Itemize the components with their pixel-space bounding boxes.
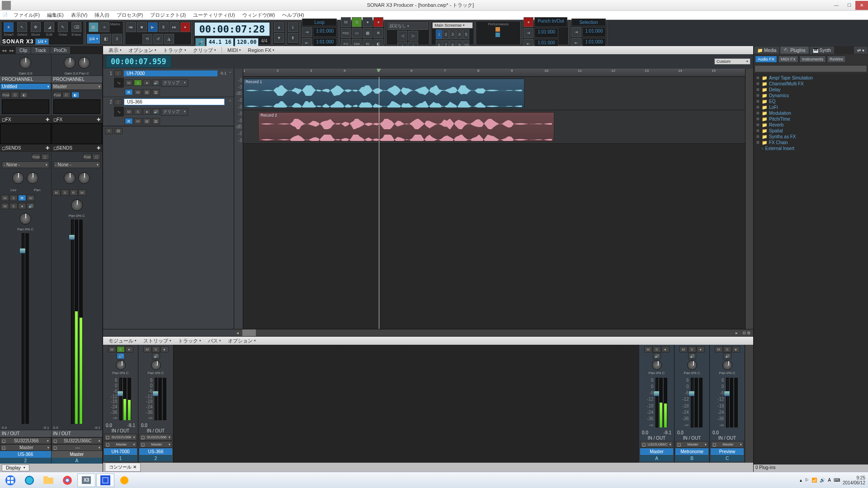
menu-process[interactable]: プロセス(P): [113, 12, 147, 19]
msr-m-r[interactable]: M: [52, 189, 61, 196]
track-fx[interactable]: ▤: [143, 89, 151, 95]
expand-icon[interactable]: ⊞: [755, 117, 760, 121]
msr-m-l[interactable]: M: [1, 195, 9, 201]
msr-w-l[interactable]: W: [27, 195, 35, 201]
task-explorer[interactable]: [39, 474, 57, 487]
task-chrome[interactable]: [58, 474, 76, 487]
send-dest-r[interactable]: - None -: [53, 161, 101, 168]
mono-l[interactable]: ◐: [20, 92, 28, 98]
freeze[interactable]: ❄: [373, 28, 383, 38]
prochannel-header-l[interactable]: PROCHANNEL: [0, 75, 51, 83]
con-bus[interactable]: バス: [205, 338, 224, 344]
post-l[interactable]: Post: [2, 92, 10, 98]
menu-window[interactable]: ウィンドウ(W): [239, 12, 279, 19]
share-button[interactable]: ⬆: [288, 33, 298, 43]
strip-preset[interactable]: Custom: [714, 58, 750, 65]
tab-media[interactable]: 📁 Media: [754, 47, 779, 54]
snap-tri[interactable]: 3: [112, 34, 122, 44]
tree-item[interactable]: ⊞📁Reverb: [755, 122, 867, 128]
screenset-preset[interactable]: Main Screense: [432, 22, 473, 28]
record-button[interactable]: ●: [180, 22, 190, 32]
prev-marker[interactable]: ◁: [397, 31, 407, 41]
pan-knob-r[interactable]: [71, 199, 83, 211]
track-lane[interactable]: Record 1: [243, 77, 745, 110]
ch-echo[interactable]: 🔊: [653, 353, 661, 359]
in-l[interactable]: ◻SU322U366: [0, 437, 51, 444]
tree-item[interactable]: ⊞📁Modulation: [755, 110, 867, 116]
ch-solo[interactable]: S: [723, 346, 731, 352]
in-r[interactable]: ◻SU322U366C: [52, 437, 103, 444]
track-lanes[interactable]: ▧: [152, 118, 160, 124]
msr-s-l[interactable]: S: [9, 195, 18, 201]
tree-item[interactable]: ⊞📁Synths as FX: [755, 134, 867, 140]
track-lanes[interactable]: ▧: [152, 89, 160, 95]
vscrollbar[interactable]: [745, 69, 753, 329]
rec-mode[interactable]: ●: [373, 17, 383, 27]
ch-solo[interactable]: S: [117, 346, 125, 352]
next-marker[interactable]: ▷: [408, 31, 418, 41]
fx-header-r[interactable]: ◻FX✚: [52, 116, 103, 123]
expand-icon[interactable]: ⊞: [755, 129, 760, 133]
step-dn[interactable]: ▼: [274, 33, 284, 43]
transport-time[interactable]: 00:00:07:28: [194, 22, 270, 36]
track-lane[interactable]: Record 2: [243, 110, 745, 144]
tree-item[interactable]: ⊞📁Channel/Multi FX: [755, 81, 867, 87]
ch-pan-knob[interactable]: [116, 360, 126, 370]
msr-r-r[interactable]: R: [70, 189, 78, 196]
gain-knob-r[interactable]: [64, 57, 75, 69]
track-collapse-icon[interactable]: ⌃: [228, 99, 232, 104]
ch-input[interactable]: ◻Master: [675, 441, 708, 448]
smart-tool[interactable]: ★: [4, 22, 14, 32]
task-ie[interactable]: [20, 474, 38, 487]
hscroll-thumb[interactable]: [242, 329, 256, 336]
ch-arm[interactable]: ●: [661, 346, 670, 352]
phase-l[interactable]: ∅: [11, 92, 19, 98]
track-name-field[interactable]: UH-7000: [124, 70, 217, 76]
ch-pan-knob[interactable]: [652, 360, 662, 370]
ch-output[interactable]: ◻Master: [104, 441, 137, 448]
track-solo[interactable]: S: [134, 108, 142, 115]
clip-dropdown[interactable]: クリップ: [161, 108, 188, 116]
bus-strip[interactable]: M S ● 🔊 Pan 0% C 60-6-12-18-24-36-∞ 0.0 …: [675, 345, 710, 463]
sel-start[interactable]: 1:01:000: [582, 27, 606, 37]
snap-opt[interactable]: ≡: [99, 22, 109, 32]
out-r[interactable]: ◻---: [52, 444, 103, 451]
task-sonar[interactable]: X3: [77, 474, 95, 487]
insp-next[interactable]: ▸▸: [8, 48, 15, 53]
gain-knob[interactable]: [19, 57, 31, 69]
tree-item[interactable]: ⊞📁Delay: [755, 87, 867, 93]
snap-button[interactable]: ▦: [89, 22, 99, 32]
tree-item[interactable]: ⊞📁Dynamics: [755, 93, 867, 99]
tree-item[interactable]: ⊞📁EQ: [755, 99, 867, 104]
track-strip[interactable]: M S ● 🔊 Pan 0% C 60-6-12-18-24-36-∞ 0.0 …: [138, 345, 174, 463]
send-lev-l[interactable]: [12, 172, 24, 184]
track-strip[interactable]: M S ● 🔊 Pan 0% C 60-6-12-18-24-36-∞ 0.0-…: [103, 345, 138, 463]
fx-bin-r[interactable]: [52, 123, 103, 144]
zoom-out-icon[interactable]: ⊖: [742, 330, 746, 335]
eq-graph-r[interactable]: [53, 99, 101, 114]
insp-prev[interactable]: ◂◂: [0, 48, 8, 53]
eq-graph-l[interactable]: [2, 99, 49, 114]
con-option[interactable]: オプション: [225, 338, 259, 344]
ch-echo[interactable]: 🔊: [117, 353, 125, 359]
ch-solo[interactable]: S: [653, 346, 661, 352]
console-scroll[interactable]: [745, 345, 753, 463]
track-arm[interactable]: ●: [143, 108, 151, 115]
task-app2[interactable]: [96, 474, 114, 487]
tree-item[interactable]: ⊞📁LoFi: [755, 104, 867, 110]
ch-mute[interactable]: M: [644, 346, 652, 352]
tree-item[interactable]: ⊞📁FX Chain: [755, 140, 867, 145]
punch-start[interactable]: 1:01:000: [534, 28, 558, 38]
close-button[interactable]: ✕: [855, 1, 868, 10]
pan-knob-r0[interactable]: [78, 57, 90, 69]
send-en-l[interactable]: ◻: [41, 154, 49, 160]
track-header[interactable]: 1 ⋮ UH-7000 -9.1 ⌃ ∿ M S ● 🔊 クリップ R W ▤ …: [103, 69, 234, 97]
now-time[interactable]: 00:00:07.959: [106, 55, 171, 68]
screenset-setting[interactable]: 設定なし: [387, 22, 428, 30]
rtz-button[interactable]: ⏮: [126, 22, 136, 32]
export-button[interactable]: ⤓: [288, 22, 298, 32]
expand-icon[interactable]: ⊞: [755, 135, 760, 139]
send-post-l[interactable]: Post: [32, 154, 40, 160]
fx-header-l[interactable]: ◻FX✚: [0, 116, 51, 123]
pan-knob-l[interactable]: [19, 213, 31, 225]
